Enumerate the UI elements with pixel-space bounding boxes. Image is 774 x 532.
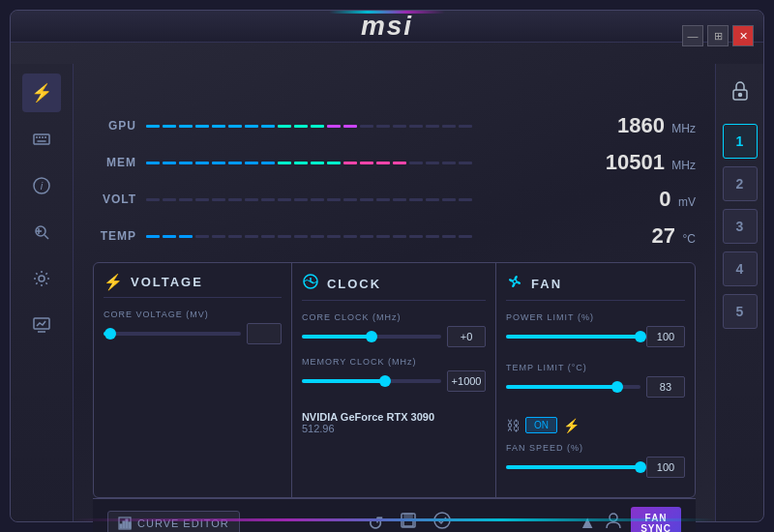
temp-limit-label: TEMP LIMIT (°C) [506, 363, 685, 372]
mem-value-box: 10501 MHz [606, 150, 696, 175]
svg-text:i: i [41, 180, 44, 192]
voltage-core-track[interactable] [104, 332, 241, 336]
svg-rect-23 [129, 522, 131, 528]
fan-speed-track[interactable] [506, 465, 640, 469]
sidebar-icon-settings[interactable] [22, 259, 61, 298]
sidebar-icon-overclock[interactable]: ⚡ [22, 74, 61, 112]
user-icon[interactable] [604, 511, 623, 532]
volt-label: VOLT [93, 192, 136, 206]
fan-panel: FAN POWER LIMIT (%) 100 [496, 263, 695, 497]
mem-clock-value: +1000 [447, 370, 486, 392]
app-window: msi — ⊞ ✕ ⚡ i [10, 10, 764, 522]
gpu-value-box: 1860 MHz [617, 113, 696, 138]
gpu-name: NVIDIA GeForce RTX 3090 [302, 411, 486, 423]
bottom-center: ↺ [368, 511, 452, 532]
lock-icon[interactable] [723, 74, 758, 108]
clock-icon [302, 273, 319, 294]
link-icon[interactable]: ⛓ [506, 418, 520, 433]
corner-decoration [74, 518, 715, 521]
gpu-value: 1860 [617, 113, 665, 137]
profile-btn-5[interactable]: 5 [723, 294, 758, 329]
svg-rect-20 [120, 524, 122, 528]
sidebar-icon-search[interactable] [22, 213, 61, 251]
clock-panel-header: CLOCK [302, 273, 486, 301]
fan-speed-slider-row: 100 [506, 457, 685, 478]
close-button[interactable]: ✕ [732, 25, 754, 46]
power-limit-thumb[interactable] [635, 331, 646, 342]
gpu-label: GPU [93, 119, 136, 133]
core-clock-label: CORE CLOCK (MHz) [302, 312, 486, 322]
fan-speed-thumb[interactable] [635, 461, 646, 473]
mem-clock-fill [302, 379, 385, 383]
fan-icon [506, 273, 523, 294]
minimize-button[interactable]: — [682, 25, 703, 46]
temp-bar [146, 231, 623, 241]
voltage-core-thumb[interactable] [104, 328, 116, 340]
mem-meter-row: MEM [93, 147, 696, 178]
voltage-core-value [247, 323, 282, 344]
fan-speed-value: 100 [646, 457, 685, 478]
core-clock-group: CORE CLOCK (MHz) +0 [302, 312, 486, 347]
core-clock-track[interactable] [302, 335, 441, 339]
fan-on-toggle[interactable]: ON [525, 417, 557, 433]
svg-rect-0 [34, 134, 49, 144]
voltage-core-label: CORE VOLTAGE (MV) [104, 310, 282, 319]
mem-clock-slider-row: +1000 [302, 370, 486, 392]
profile-btn-3[interactable]: 3 [723, 209, 758, 244]
left-sidebar: ⚡ i [11, 64, 74, 521]
voltage-icon: ⚡ [104, 273, 123, 291]
profile-btn-2[interactable]: 2 [723, 166, 758, 201]
apply-icon[interactable] [432, 511, 452, 532]
maximize-button[interactable]: ⊞ [707, 25, 729, 46]
svg-line-9 [45, 235, 48, 239]
sidebar-icon-monitor[interactable] [22, 306, 61, 344]
temp-limit-track[interactable] [506, 385, 640, 389]
fan-controls: POWER LIMIT (%) 100 TEMP LIMIT (°C) [506, 312, 685, 488]
svg-rect-21 [123, 521, 125, 528]
fan-speed-label: FAN SPEED (%) [506, 443, 685, 453]
bottom-bar: CURVE EDITOR ↺ [93, 498, 696, 532]
sidebar-icon-info[interactable]: i [22, 166, 61, 205]
fan-speed-group: FAN SPEED (%) 100 [506, 443, 685, 478]
gpu-unit: MHz [671, 122, 696, 135]
voltage-title: VOLTAGE [131, 275, 203, 289]
volt-bar [146, 194, 623, 204]
main-content: GPU [74, 96, 715, 532]
core-clock-thumb[interactable] [366, 331, 377, 342]
sidebar-icon-keyboard[interactable] [22, 120, 61, 159]
gpu-sub: 512.96 [302, 423, 486, 434]
app-title: msi [361, 11, 413, 42]
fan-speed-fill [506, 465, 640, 469]
mem-label: MEM [93, 156, 136, 169]
svg-point-12 [39, 276, 45, 281]
mem-unit: MHz [671, 159, 696, 172]
temp-limit-fill [506, 385, 617, 389]
power-limit-track[interactable] [506, 335, 640, 339]
clock-title: CLOCK [327, 277, 381, 291]
volt-unit: mV [678, 195, 696, 209]
volt-meter-row: VOLT [93, 184, 696, 215]
core-clock-value: +0 [447, 326, 486, 347]
temp-limit-thumb[interactable] [611, 381, 623, 393]
fan-bolt-icon[interactable]: ⚡ [563, 418, 580, 433]
profile-btn-4[interactable]: 4 [723, 251, 758, 286]
power-limit-label: POWER LIMIT (%) [506, 312, 685, 322]
core-clock-fill [302, 335, 372, 339]
voltage-core-group: CORE VOLTAGE (MV) [104, 310, 282, 344]
voltage-core-slider-row [104, 323, 282, 344]
mem-clock-track[interactable] [302, 379, 441, 383]
temp-label: TEMP [93, 229, 136, 243]
reset-icon[interactable]: ↺ [368, 512, 384, 533]
up-arrow-icon[interactable]: ▲ [579, 513, 596, 532]
mem-clock-group: MEMORY CLOCK (MHz) +1000 [302, 357, 486, 392]
gpu-meter-row: GPU [93, 110, 696, 141]
fan-panel-header: FAN [506, 273, 685, 301]
power-limit-value: 100 [646, 326, 685, 347]
gpu-bar [146, 121, 608, 131]
temp-limit-group: TEMP LIMIT (°C) 83 [506, 363, 685, 398]
mem-clock-thumb[interactable] [379, 375, 391, 387]
right-sidebar: 1 2 3 4 5 [715, 64, 763, 521]
power-limit-slider-row: 100 [506, 326, 685, 347]
save-icon[interactable] [399, 511, 418, 532]
profile-btn-1[interactable]: 1 [723, 124, 758, 159]
